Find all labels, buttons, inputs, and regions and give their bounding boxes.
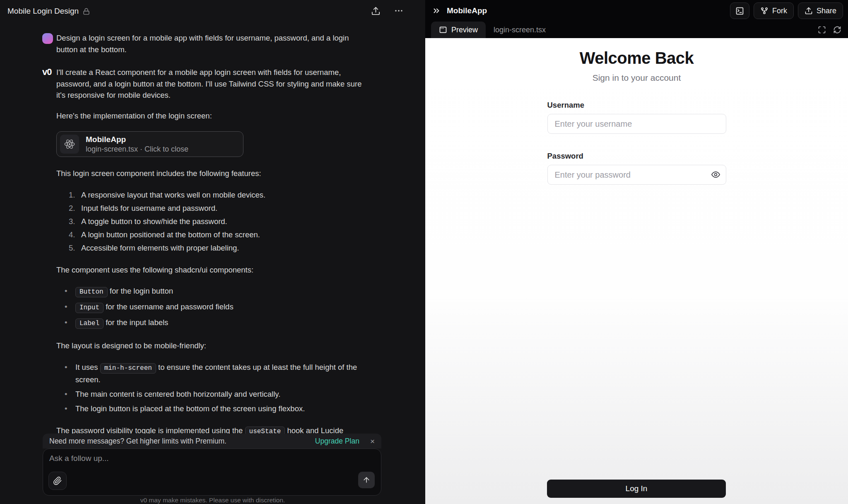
username-field[interactable]: [547, 114, 726, 134]
tab-preview[interactable]: Preview: [431, 22, 486, 38]
app-heading: Welcome Back: [547, 49, 726, 68]
chevrons-right-icon: [432, 6, 441, 15]
list-item: 3.A toggle button to show/hide the passw…: [69, 216, 364, 227]
maximize-icon: [818, 26, 826, 34]
inline-code: min-h-screen: [100, 363, 156, 374]
share-icon: [805, 7, 813, 15]
chat-header: Mobile Login Design: [0, 0, 425, 23]
features-heading: This login screen component includes the…: [56, 168, 364, 179]
follow-up-input[interactable]: [49, 454, 368, 463]
password-label: Password: [547, 152, 726, 161]
close-banner-button[interactable]: ×: [370, 437, 375, 445]
list-item: The login button is placed at the bottom…: [63, 403, 364, 414]
user-avatar: [42, 33, 53, 44]
share-button[interactable]: Share: [798, 2, 843, 19]
list-item: 1.A responsive layout that works well on…: [69, 189, 364, 200]
disclaimer-text: v0 may make mistakes. Please use with di…: [0, 497, 425, 504]
send-button[interactable]: [358, 472, 375, 488]
username-label: Username: [547, 101, 726, 110]
app-preview: Welcome Back Sign in to your account Use…: [425, 38, 848, 504]
list-item: Button for the login button: [63, 285, 364, 298]
login-button[interactable]: Log In: [547, 480, 726, 498]
user-message-text: Design a login screen for a mobile app w…: [56, 32, 364, 55]
tab-code-label: login-screen.tsx: [494, 26, 546, 34]
terminal-icon: [735, 7, 744, 15]
preview-panel: MobileApp Fork Share: [425, 0, 848, 504]
user-message: Design a login screen for a mobile app w…: [0, 32, 425, 55]
preview-tab-bar: Preview login-screen.tsx: [425, 22, 848, 38]
list-item: The main content is centered both horizo…: [63, 388, 364, 400]
follow-up-box: [43, 449, 381, 496]
fullscreen-button[interactable]: [818, 26, 826, 34]
attach-file-button[interactable]: [48, 472, 67, 490]
components-heading: The component uses the following shadcn/…: [56, 264, 364, 276]
list-item: 4.A login button positioned at the botto…: [69, 229, 364, 240]
chat-title: Mobile Login Design: [7, 7, 79, 16]
assistant-intro: I'll create a React component for a mobi…: [56, 67, 364, 101]
list-item: Label for the input labels: [63, 317, 364, 329]
list-item: 2.Input fields for username and password…: [69, 203, 364, 214]
list-item: It uses min-h-screen to ensure the conte…: [63, 362, 364, 385]
layout-list: It uses min-h-screen to ensure the conte…: [63, 362, 364, 414]
fork-button-label: Fork: [772, 7, 787, 15]
preview-title: MobileApp: [447, 6, 487, 15]
tab-preview-label: Preview: [451, 26, 478, 34]
lock-icon: [83, 8, 90, 15]
list-item: Input for the username and password fiel…: [63, 301, 364, 313]
toggle-password-visibility-button[interactable]: [711, 170, 720, 179]
react-icon: [60, 135, 79, 154]
features-list: 1.A responsive layout that works well on…: [69, 189, 364, 253]
password-field[interactable]: [547, 165, 726, 185]
fork-button[interactable]: Fork: [754, 2, 794, 19]
paperclip-icon: [53, 476, 62, 485]
more-options-button[interactable]: [394, 6, 404, 16]
inline-code: Label: [75, 318, 104, 329]
assistant-impl-line: Here's the implementation of the login s…: [56, 110, 364, 122]
chat-panel: Mobile Login Design Design a login scree…: [0, 0, 425, 504]
arrow-up-icon: [362, 476, 371, 484]
v0-logo-icon: v0: [42, 67, 53, 492]
refresh-button[interactable]: [833, 26, 841, 34]
premium-banner-text: Need more messages? Get higher limits wi…: [49, 437, 226, 446]
ellipsis-icon: [394, 6, 404, 16]
share-chat-button[interactable]: [371, 6, 381, 16]
code-block-card[interactable]: MobileApp login-screen.tsx · Click to cl…: [56, 131, 243, 157]
layout-heading: The layout is designed to be mobile-frie…: [56, 340, 364, 352]
preview-header: MobileApp Fork Share: [425, 0, 848, 22]
chat-thread: Design a login screen for a mobile app w…: [0, 32, 425, 504]
code-block-subtitle: login-screen.tsx · Click to close: [86, 145, 188, 154]
upgrade-plan-link[interactable]: Upgrade Plan: [315, 437, 359, 446]
assistant-message: v0 I'll create a React component for a m…: [0, 67, 425, 492]
inline-code: Input: [75, 303, 104, 313]
app-window-icon: [439, 26, 447, 34]
console-button[interactable]: [730, 2, 749, 19]
collapse-panel-button[interactable]: [432, 6, 441, 15]
refresh-icon: [833, 26, 841, 34]
share-icon: [371, 6, 381, 16]
components-list: Button for the login button Input for th…: [63, 285, 364, 329]
share-button-label: Share: [817, 7, 836, 15]
tab-code-file[interactable]: login-screen.tsx: [486, 22, 554, 38]
code-block-title: MobileApp: [86, 135, 188, 145]
premium-banner: Need more messages? Get higher limits wi…: [43, 434, 381, 449]
list-item: 5.Accessible form elements with proper l…: [69, 242, 364, 253]
eye-icon: [711, 170, 720, 179]
composer: Need more messages? Get higher limits wi…: [43, 434, 381, 496]
inline-code: Button: [75, 287, 108, 297]
app-subheading: Sign in to your account: [547, 73, 726, 83]
git-fork-icon: [760, 7, 768, 15]
